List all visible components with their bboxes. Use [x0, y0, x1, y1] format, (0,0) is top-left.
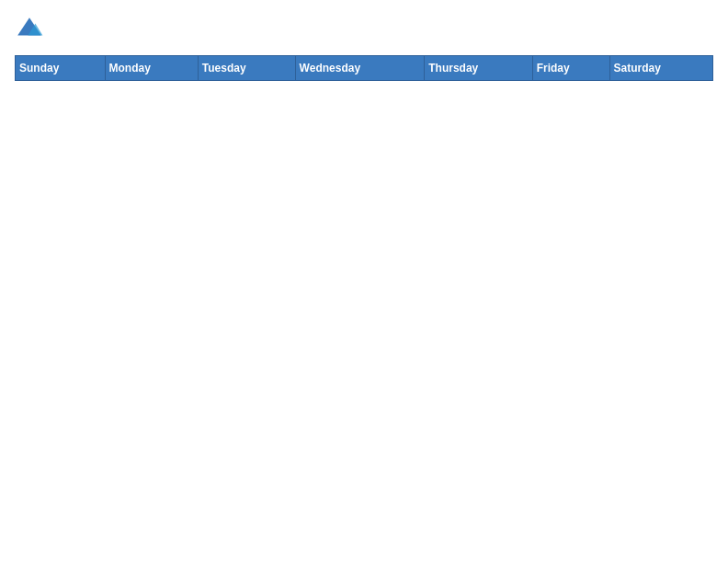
weekday-header-wednesday: Wednesday	[295, 56, 425, 81]
logo-icon	[15, 15, 44, 44]
weekday-header-thursday: Thursday	[425, 56, 532, 81]
weekday-header-monday: Monday	[105, 56, 198, 81]
calendar: SundayMondayTuesdayWednesdayThursdayFrid…	[15, 55, 713, 81]
weekday-header-friday: Friday	[532, 56, 609, 81]
weekday-header-sunday: Sunday	[16, 56, 106, 81]
weekday-header-row: SundayMondayTuesdayWednesdayThursdayFrid…	[16, 56, 713, 81]
weekday-header-tuesday: Tuesday	[198, 56, 295, 81]
weekday-header-saturday: Saturday	[609, 56, 713, 81]
header	[15, 15, 713, 44]
logo	[15, 15, 48, 44]
